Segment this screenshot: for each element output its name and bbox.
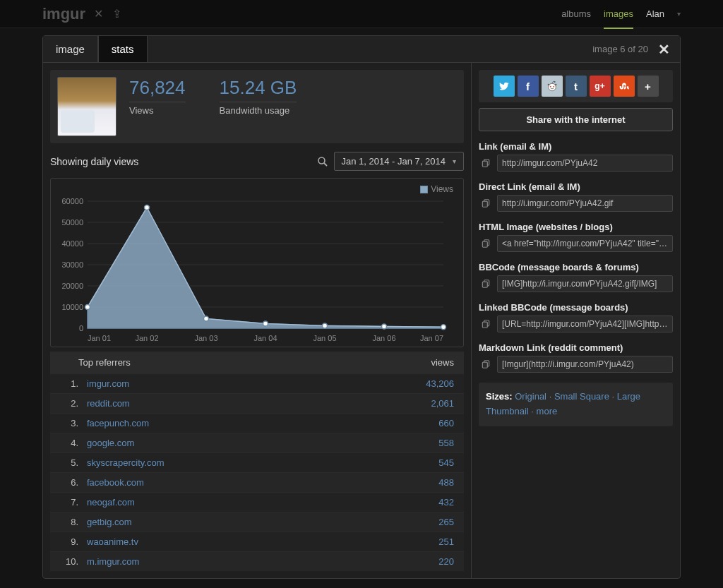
svg-point-17 xyxy=(145,205,150,210)
rank: 7. xyxy=(60,497,78,508)
svg-text:20000: 20000 xyxy=(61,282,83,290)
tab-image[interactable]: image xyxy=(43,36,98,62)
table-row: 9.waoanime.tv251 xyxy=(50,532,464,551)
brand-logo[interactable]: imgur xyxy=(42,5,85,23)
referrer-link[interactable]: imgur.com xyxy=(87,378,129,389)
link-input[interactable] xyxy=(497,155,673,172)
referrer-views: 558 xyxy=(438,438,454,448)
facebook-icon[interactable]: f xyxy=(518,76,539,97)
table-row: 2.reddit.com2,061 xyxy=(50,393,464,413)
link-section: Direct Link (email & IM) xyxy=(479,181,673,212)
copy-icon[interactable] xyxy=(479,156,493,170)
referrer-link[interactable]: m.imgur.com xyxy=(87,556,139,567)
copy-icon[interactable] xyxy=(479,357,493,371)
copy-icon[interactable] xyxy=(479,196,493,210)
googleplus-icon[interactable]: g+ xyxy=(590,76,611,97)
share-icons: f t g+ + xyxy=(479,70,673,102)
image-counter: image 6 of 20 xyxy=(592,44,648,54)
referrer-link[interactable]: google.com xyxy=(87,438,134,448)
sizes-label: Sizes: xyxy=(486,391,513,402)
svg-line-1 xyxy=(324,163,327,166)
link-input[interactable] xyxy=(497,356,673,373)
nav-images[interactable]: images xyxy=(604,8,633,29)
svg-point-31 xyxy=(549,86,551,88)
bandwidth-metric: 15.24 GB Bandwidth usage xyxy=(220,77,297,136)
svg-text:30000: 30000 xyxy=(61,260,83,269)
svg-text:Jan 01: Jan 01 xyxy=(88,334,111,342)
views-value: 76,824 xyxy=(129,77,186,102)
share-button[interactable]: Share with the internet xyxy=(479,108,673,131)
referrer-link[interactable]: facepunch.com xyxy=(87,418,149,428)
copy-icon[interactable] xyxy=(479,317,493,331)
legend-swatch xyxy=(420,186,428,193)
referrer-link[interactable]: facebook.com xyxy=(87,477,144,488)
svg-text:Jan 05: Jan 05 xyxy=(313,334,336,342)
referrer-link[interactable]: getbig.com xyxy=(87,517,132,527)
link-label: HTML Image (websites / blogs) xyxy=(479,222,673,232)
svg-rect-43 xyxy=(482,282,487,287)
reddit-icon[interactable] xyxy=(542,76,563,97)
svg-point-20 xyxy=(323,323,328,328)
link-input[interactable] xyxy=(497,316,673,332)
svg-point-16 xyxy=(85,305,90,310)
svg-point-21 xyxy=(382,324,387,329)
link-input[interactable] xyxy=(497,195,673,212)
svg-text:Jan 03: Jan 03 xyxy=(194,334,217,342)
link-section: BBCode (message boards & forums) xyxy=(479,262,673,292)
svg-rect-39 xyxy=(482,201,487,207)
size-small-square[interactable]: Small Square xyxy=(554,391,609,402)
views-chart: 0100002000030000400005000060000Jan 01Jan… xyxy=(55,197,450,345)
twitter-icon[interactable] xyxy=(494,76,515,97)
referrer-link[interactable]: neogaf.com xyxy=(87,497,135,508)
referrer-views: 43,206 xyxy=(426,378,454,389)
user-menu-chevron-icon[interactable]: ▾ xyxy=(677,10,681,18)
search-icon[interactable] xyxy=(317,156,328,167)
chevron-down-icon: ▾ xyxy=(453,157,456,165)
chart-container: Views 0100002000030000400005000060000Jan… xyxy=(50,178,464,347)
link-section: HTML Image (websites / blogs) xyxy=(479,222,673,252)
link-input[interactable] xyxy=(497,235,673,252)
link-input[interactable] xyxy=(497,275,673,292)
referrer-views: 660 xyxy=(438,418,454,428)
stumbleupon-icon[interactable] xyxy=(614,76,635,97)
link-row xyxy=(479,195,673,212)
rank: 9. xyxy=(60,536,78,547)
copy-icon[interactable] xyxy=(479,277,493,291)
svg-point-0 xyxy=(318,157,325,164)
svg-point-18 xyxy=(204,316,209,321)
rank: 6. xyxy=(60,477,78,488)
table-row: 5.skyscrapercity.com545 xyxy=(50,452,464,472)
more-share-icon[interactable]: + xyxy=(638,76,659,97)
upload-icon[interactable]: ⇪ xyxy=(112,8,121,20)
link-label: Markdown Link (reddit comment) xyxy=(479,342,673,353)
rank: 8. xyxy=(60,517,78,527)
referrer-link[interactable]: reddit.com xyxy=(87,398,130,409)
tumblr-icon[interactable]: t xyxy=(566,76,587,97)
rank: 5. xyxy=(60,457,78,468)
close-icon[interactable]: ✕ xyxy=(658,41,670,58)
svg-rect-41 xyxy=(482,241,487,247)
nav-user[interactable]: Alan xyxy=(646,8,664,19)
referrer-views: 432 xyxy=(438,497,454,508)
referrer-link[interactable]: skyscrapercity.com xyxy=(87,457,165,468)
size-more[interactable]: more xyxy=(537,406,558,416)
size-original[interactable]: Original xyxy=(515,391,546,402)
date-range-value: Jan 1, 2014 - Jan 7, 2014 xyxy=(342,156,446,167)
views-label: Views xyxy=(129,105,186,116)
referrer-views: 265 xyxy=(438,517,454,527)
date-range-dropdown[interactable]: Jan 1, 2014 - Jan 7, 2014 ▾ xyxy=(334,152,464,171)
svg-point-33 xyxy=(555,84,556,85)
svg-rect-37 xyxy=(482,161,487,167)
svg-text:Jan 06: Jan 06 xyxy=(372,334,395,342)
bandwidth-value: 15.24 GB xyxy=(220,77,297,102)
nav-albums[interactable]: albums xyxy=(561,8,591,19)
link-section: Link (email & IM) xyxy=(479,141,673,172)
link-label: Link (email & IM) xyxy=(479,141,673,152)
image-thumbnail[interactable] xyxy=(57,77,116,136)
referrer-link[interactable]: waoanime.tv xyxy=(87,536,138,547)
svg-text:50000: 50000 xyxy=(61,218,83,227)
copy-icon[interactable] xyxy=(479,236,493,251)
svg-text:0: 0 xyxy=(79,324,83,332)
shuffle-icon[interactable]: ✕ xyxy=(94,8,103,20)
tab-stats[interactable]: stats xyxy=(98,36,148,62)
